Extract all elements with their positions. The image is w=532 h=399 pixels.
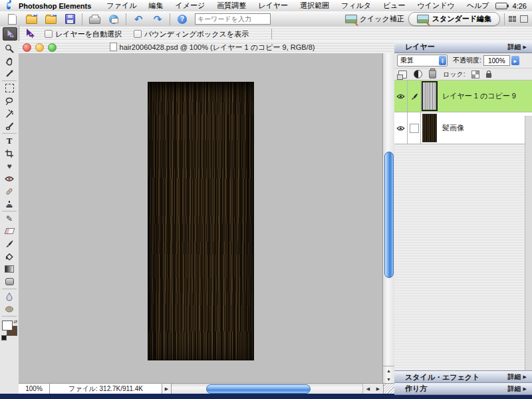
hair-texture-image[interactable] — [148, 82, 254, 360]
how-to-palette-header[interactable]: ▷ 作り方 詳細▶ — [394, 382, 532, 395]
layers-palette-header[interactable]: ▽ レイヤー 詳細▶ — [394, 41, 532, 53]
magic-wand-tool[interactable] — [0, 107, 19, 120]
lock-transparency-icon[interactable] — [471, 70, 479, 78]
undo-icon[interactable]: ↶ — [132, 13, 145, 25]
type-tool[interactable]: T — [0, 134, 19, 147]
how-to-more-button[interactable]: 詳細▶ — [508, 384, 532, 394]
battery-icon[interactable] — [495, 3, 507, 9]
quick-fix-button[interactable]: クイック補正 — [345, 14, 404, 24]
styles-effects-more-button[interactable]: 詳細▶ — [508, 372, 532, 382]
brush-tool[interactable] — [0, 237, 19, 250]
canvas-area[interactable] — [19, 53, 383, 384]
opacity-input[interactable]: 100% — [483, 55, 510, 66]
horizontal-scrollbar[interactable] — [172, 384, 362, 394]
new-layer-icon[interactable] — [398, 70, 407, 78]
new-file-icon[interactable] — [5, 13, 19, 25]
keyword-search-input[interactable] — [195, 13, 271, 25]
menu-item-8[interactable]: ウインドウ — [412, 1, 461, 11]
red-eye-tool[interactable] — [0, 172, 19, 185]
selection-brush-tool[interactable] — [0, 120, 19, 132]
menu-item-7[interactable]: ビュー — [377, 1, 412, 11]
layer-name[interactable]: レイヤー 1 のコピー 9 — [438, 80, 516, 112]
menu-item-1[interactable]: 編集 — [142, 1, 169, 11]
shape-tool[interactable] — [0, 275, 19, 288]
styles-effects-palette-header[interactable]: ······ ▷ スタイル・エフェクト 詳細▶ — [394, 370, 532, 384]
layer-row-hair-image[interactable]: 髪画像 — [394, 112, 532, 144]
eraser-tool[interactable] — [0, 225, 19, 237]
delete-layer-icon[interactable] — [429, 70, 436, 78]
save-icon[interactable] — [63, 13, 76, 25]
scroll-up-arrow[interactable]: ▲ — [386, 368, 391, 373]
disclosure-open-icon[interactable]: ▽ — [398, 44, 402, 51]
move-tool[interactable] — [3, 27, 17, 41]
gradient-tool[interactable] — [0, 263, 19, 275]
zoom-level-field[interactable]: 100% — [19, 384, 50, 394]
menu-item-9[interactable]: ヘルプ — [461, 1, 495, 11]
layer-thumbnail-cell[interactable] — [421, 80, 438, 112]
lock-all-icon[interactable] — [486, 73, 491, 78]
blend-mode-select[interactable]: 乗算 ▲▼ — [397, 55, 448, 66]
healing-brush-tool[interactable] — [0, 185, 19, 198]
tile-windows-icon[interactable] — [509, 16, 516, 22]
disclosure-closed-icon[interactable]: ▷ — [398, 374, 402, 380]
blur-tool[interactable] — [0, 290, 19, 303]
status-popup-arrow[interactable]: ▶ — [162, 384, 172, 394]
minimize-window-button[interactable] — [35, 43, 44, 52]
cookie-cutter-tool[interactable]: ♥ — [0, 160, 19, 172]
pencil-tool[interactable]: ✎ — [0, 212, 19, 225]
sponge-tool[interactable] — [0, 303, 19, 315]
paint-bucket-tool[interactable] — [0, 250, 19, 263]
layer-visibility-cell[interactable] — [394, 80, 408, 112]
print-icon[interactable] — [88, 13, 101, 25]
menu-clock[interactable]: 4:26 — [513, 2, 527, 10]
menu-item-5[interactable]: 選択範囲 — [294, 1, 335, 11]
vertical-scrollbar-thumb[interactable] — [384, 152, 394, 278]
auto-select-layer-checkbox[interactable]: レイヤーを自動選択 — [45, 29, 122, 39]
adjustment-layer-icon[interactable] — [414, 70, 422, 78]
vertical-scrollbar[interactable]: ▲ ▼ — [382, 53, 394, 384]
apple-menu-icon[interactable] — [7, 2, 11, 9]
menu-item-0[interactable]: ファイル — [100, 1, 142, 11]
foreground-color-swatch[interactable] — [2, 321, 13, 331]
scroll-left-arrow[interactable]: ◀ — [366, 386, 370, 392]
horizontal-scrollbar-thumb[interactable] — [206, 384, 311, 394]
help-icon[interactable]: ? — [176, 13, 189, 25]
default-colors-icon[interactable] — [1, 335, 7, 340]
scroll-right-arrow[interactable]: ▶ — [376, 386, 380, 392]
hand-tool[interactable] — [0, 55, 19, 67]
window-resize-grip[interactable] — [383, 384, 394, 394]
palette-drag-handle[interactable]: ······ — [456, 370, 471, 372]
menu-item-3[interactable]: 画質調整 — [211, 1, 252, 11]
zoom-window-button[interactable] — [48, 43, 57, 52]
zoom-tool[interactable] — [0, 42, 19, 55]
share-online-icon[interactable] — [107, 13, 120, 25]
layer-visibility-cell[interactable] — [394, 112, 408, 144]
close-window-button[interactable] — [23, 43, 31, 52]
color-swatches[interactable]: ⇄ — [0, 319, 19, 346]
layer-link-cell[interactable] — [408, 112, 421, 144]
menu-item-6[interactable]: フィルタ — [335, 1, 377, 11]
clone-stamp-tool[interactable] — [0, 198, 19, 210]
marquee-tool[interactable] — [0, 82, 19, 94]
layer-thumbnail-cell[interactable] — [421, 112, 438, 144]
layer-row-copy9[interactable]: レイヤー 1 のコピー 9 — [394, 80, 532, 112]
layer-name[interactable]: 髪画像 — [438, 112, 464, 144]
cascade-windows-icon[interactable] — [520, 15, 528, 23]
scroll-down-arrow[interactable]: ▼ — [386, 377, 391, 382]
show-bounding-box-checkbox[interactable]: バウンディングボックスを表示 — [134, 29, 249, 39]
redo-icon[interactable]: ↷ — [151, 13, 164, 25]
app-menu[interactable]: Photoshop Elements — [19, 2, 91, 10]
menu-item-4[interactable]: レイヤー — [252, 1, 294, 11]
layer-active-cell[interactable] — [408, 80, 421, 112]
open-file-icon[interactable] — [25, 13, 38, 25]
standard-edit-button[interactable]: スタンダード編集 — [408, 12, 500, 26]
crop-tool[interactable] — [0, 147, 19, 160]
lasso-tool[interactable] — [0, 94, 19, 107]
menu-item-2[interactable]: イメージ — [169, 1, 211, 11]
import-file-icon[interactable] — [44, 13, 57, 25]
disclosure-closed-icon[interactable]: ▷ — [398, 386, 402, 392]
swap-colors-icon[interactable]: ⇄ — [13, 319, 17, 325]
layers-more-button[interactable]: 詳細▶ — [508, 43, 532, 52]
document-title-bar[interactable]: hair20060428.psd @ 100% (レイヤー 1 のコピー 9, … — [19, 41, 394, 54]
eyedropper-tool[interactable] — [0, 67, 19, 80]
